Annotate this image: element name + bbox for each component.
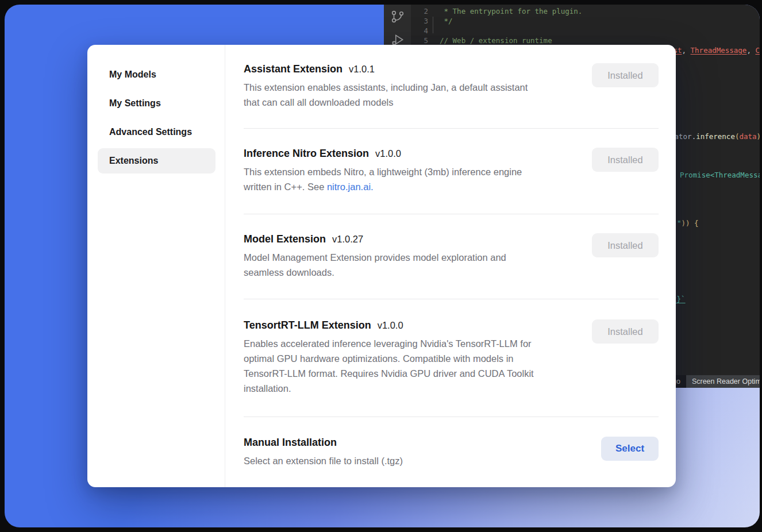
- extension-description: This extension embeds Nitro, a lightweig…: [244, 164, 522, 194]
- code-token: )): [682, 219, 695, 228]
- installed-button[interactable]: Installed: [592, 148, 659, 172]
- extension-info: Manual InstallationSelect an extension f…: [244, 437, 403, 468]
- extension-title: TensortRT-LLM Extensionv1.0.0: [244, 319, 534, 331]
- extension-row: Assistant Extensionv1.0.1This extension …: [244, 45, 659, 129]
- extension-info: Model Extensionv1.0.27Model Management E…: [244, 233, 506, 280]
- code-fragment: Promise<ThreadMessage>: [680, 171, 760, 179]
- extension-info: Assistant Extensionv1.0.1This extension …: [244, 63, 528, 110]
- sidebar-item-extensions[interactable]: Extensions: [98, 148, 215, 174]
- extension-description: Model Management Extension provides mode…: [244, 250, 506, 280]
- extension-name: Manual Installation: [244, 437, 337, 449]
- settings-sidebar: My ModelsMy SettingsAdvanced SettingsExt…: [87, 45, 225, 487]
- settings-modal: My ModelsMy SettingsAdvanced SettingsExt…: [87, 45, 676, 487]
- installed-button[interactable]: Installed: [592, 233, 659, 257]
- screen-reader-status: Screen Reader Optimized: [686, 375, 760, 388]
- code-token: */: [440, 17, 453, 25]
- code-token: // Web / extension runtime: [440, 36, 552, 45]
- line-number: 3: [411, 17, 428, 26]
- source-control-icon: [390, 9, 405, 24]
- installed-button[interactable]: Installed: [592, 63, 659, 87]
- extension-version: v1.0.0: [375, 148, 401, 159]
- code-token: ,: [682, 46, 691, 55]
- code-token: ": [677, 219, 682, 228]
- extension-title: Assistant Extensionv1.0.1: [244, 63, 528, 75]
- extensions-panel: Assistant Extensionv1.0.1This extension …: [225, 45, 676, 487]
- code-token: * The entrypoint for the plugin.: [440, 7, 582, 16]
- extension-name: Assistant Extension: [244, 63, 342, 75]
- extension-row: Model Extensionv1.0.27Model Management E…: [244, 214, 659, 299]
- line-number: 2: [411, 7, 428, 17]
- line-number: 4: [411, 26, 428, 36]
- code-fragment: ")) {: [677, 219, 699, 228]
- extension-row: TensortRT-LLM Extensionv1.0.0Enables acc…: [244, 299, 659, 417]
- installed-button[interactable]: Installed: [592, 319, 659, 344]
- extension-version: v1.0.27: [332, 234, 363, 245]
- code-line: 4: [411, 26, 760, 36]
- code-token: ContentType: [755, 46, 760, 55]
- hero-background: 2 * The entrypoint for the plugin.3 */45…: [5, 5, 760, 527]
- code-token: inference: [696, 132, 735, 141]
- code-line: 2 * The entrypoint for the plugin.: [411, 7, 760, 17]
- code-token: Promise<ThreadMessage>: [680, 171, 760, 179]
- extension-row: Inference Nitro Extensionv1.0.0This exte…: [244, 129, 659, 214]
- code-token: {: [694, 219, 699, 228]
- sidebar-item-advanced-settings[interactable]: Advanced Settings: [98, 119, 215, 145]
- code-text: * The entrypoint for the plugin.: [440, 7, 582, 17]
- extension-title: Inference Nitro Extensionv1.0.0: [244, 148, 522, 160]
- extension-row: Manual InstallationSelect an extension f…: [244, 417, 659, 468]
- extension-name: TensortRT-LLM Extension: [244, 319, 371, 331]
- code-text: */: [440, 17, 453, 26]
- extension-info: TensortRT-LLM Extensionv1.0.0Enables acc…: [244, 319, 534, 396]
- extension-title: Model Extensionv1.0.27: [244, 233, 506, 245]
- extension-title: Manual Installation: [244, 437, 403, 449]
- extension-description: Enables accelerated inference leveraging…: [244, 336, 534, 396]
- extension-description: This extension enables assistants, inclu…: [244, 80, 528, 110]
- code-token: ,: [746, 46, 755, 55]
- code-token: ThreadMessage: [691, 46, 747, 55]
- sidebar-item-my-settings[interactable]: My Settings: [98, 91, 215, 116]
- indent-guide: [433, 17, 433, 33]
- code-fragment: rator.inference(data));: [670, 132, 760, 141]
- extension-version: v1.0.1: [349, 64, 375, 75]
- code-token: data: [739, 132, 756, 141]
- code-token: )): [757, 132, 760, 141]
- code-line: 3 */: [411, 17, 760, 26]
- select-button[interactable]: Select: [601, 437, 659, 461]
- extension-name: Inference Nitro Extension: [244, 148, 369, 160]
- extension-name: Model Extension: [244, 233, 326, 245]
- extension-description: Select an extension file to install (.tg…: [244, 453, 403, 468]
- extension-info: Inference Nitro Extensionv1.0.0This exte…: [244, 148, 522, 194]
- extension-link[interactable]: nitro.jan.ai.: [327, 182, 374, 192]
- sidebar-item-my-models[interactable]: My Models: [98, 62, 215, 87]
- extension-version: v1.0.0: [378, 320, 403, 331]
